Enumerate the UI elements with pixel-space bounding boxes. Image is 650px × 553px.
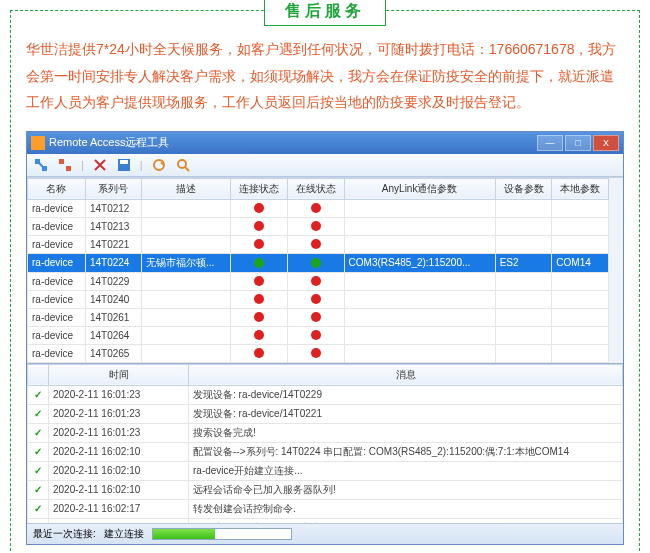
delete-icon[interactable] xyxy=(92,157,108,173)
svg-point-11 xyxy=(178,160,186,168)
conn-status-icon xyxy=(254,239,264,249)
service-section: 售后服务 华世洁提供7*24小时全天候服务，如客户遇到任何状况，可随时拨打电话：… xyxy=(10,10,640,553)
conn-status-icon xyxy=(254,294,264,304)
column-header[interactable]: 系列号 xyxy=(85,178,141,199)
online-status-icon xyxy=(311,203,321,213)
online-status-icon xyxy=(311,330,321,340)
online-status-icon xyxy=(311,258,321,268)
toolbar: | | xyxy=(27,154,623,177)
log-row: ✓2020-2-11 16:02:10ra-device开始建立连接... xyxy=(28,461,623,480)
remote-access-window: Remote Access远程工具 — □ X | | 名称系列号描述连接状态在… xyxy=(26,131,624,545)
table-row[interactable]: ra-device14T0213 xyxy=(28,217,609,235)
log-panel: 时间消息 ✓2020-2-11 16:01:23发现设备: ra-device/… xyxy=(27,363,623,523)
window-titlebar[interactable]: Remote Access远程工具 — □ X xyxy=(27,132,623,154)
refresh-icon[interactable] xyxy=(151,157,167,173)
table-row[interactable]: ra-device14T0261 xyxy=(28,308,609,326)
status-state: 建立连接 xyxy=(104,527,144,541)
log-row: ✓2020-2-11 16:02:10配置设备-->系列号: 14T0224 串… xyxy=(28,442,623,461)
status-label: 最近一次连接: xyxy=(33,527,96,541)
svg-point-9 xyxy=(154,160,164,170)
online-status-icon xyxy=(311,276,321,286)
column-header[interactable]: 描述 xyxy=(141,178,230,199)
conn-status-icon xyxy=(254,330,264,340)
table-row[interactable]: ra-device14T0212 xyxy=(28,199,609,217)
check-icon: ✓ xyxy=(32,503,44,515)
status-bar: 最近一次连接: 建立连接 xyxy=(27,523,623,544)
table-row[interactable]: ra-device14T0229 xyxy=(28,272,609,290)
progress-bar xyxy=(152,528,292,540)
minimize-button[interactable]: — xyxy=(537,135,563,151)
table-row[interactable]: ra-device14T0264 xyxy=(28,326,609,344)
table-row[interactable]: ra-device14T0224无锡市福尔顿...COM3(RS485_2):1… xyxy=(28,253,609,272)
conn-status-icon xyxy=(254,258,264,268)
column-header[interactable]: 名称 xyxy=(28,178,86,199)
section-title: 售后服务 xyxy=(264,0,386,26)
check-icon: ✓ xyxy=(32,446,44,458)
column-header[interactable]: 本地参数 xyxy=(552,178,609,199)
disconnect-icon[interactable] xyxy=(57,157,73,173)
log-column-header: 消息 xyxy=(189,364,623,385)
conn-status-icon xyxy=(254,276,264,286)
conn-status-icon xyxy=(254,312,264,322)
check-icon: ✓ xyxy=(32,484,44,496)
table-row[interactable]: ra-device14T0240 xyxy=(28,290,609,308)
table-row[interactable]: ra-device14T0265 xyxy=(28,344,609,362)
window-title: Remote Access远程工具 xyxy=(49,135,537,150)
search-icon[interactable] xyxy=(175,157,191,173)
log-row: ✓2020-2-11 16:02:17转发创建会话控制命令. xyxy=(28,499,623,518)
vertical-scrollbar[interactable] xyxy=(609,178,623,363)
svg-rect-8 xyxy=(120,160,128,164)
log-column-header: 时间 xyxy=(49,364,189,385)
maximize-button[interactable]: □ xyxy=(565,135,591,151)
service-description: 华世洁提供7*24小时全天候服务，如客户遇到任何状况，可随时拨打电话：17660… xyxy=(26,36,624,116)
column-header[interactable]: 在线状态 xyxy=(287,178,344,199)
log-row: ✓2020-2-11 16:01:23发现设备: ra-device/14T02… xyxy=(28,385,623,404)
conn-status-icon xyxy=(254,348,264,358)
online-status-icon xyxy=(311,348,321,358)
save-icon[interactable] xyxy=(116,157,132,173)
connect-icon[interactable] xyxy=(33,157,49,173)
check-icon: ✓ xyxy=(32,427,44,439)
svg-rect-3 xyxy=(59,159,64,164)
log-row: ✓2020-2-11 16:01:23搜索设备完成! xyxy=(28,423,623,442)
check-icon: ✓ xyxy=(32,408,44,420)
svg-line-12 xyxy=(185,167,189,171)
svg-rect-4 xyxy=(66,166,71,171)
svg-line-2 xyxy=(39,163,43,167)
online-status-icon xyxy=(311,294,321,304)
conn-status-icon xyxy=(254,221,264,231)
online-status-icon xyxy=(311,239,321,249)
online-status-icon xyxy=(311,312,321,322)
log-row: ✓2020-2-11 16:01:23发现设备: ra-device/14T02… xyxy=(28,404,623,423)
column-header[interactable]: 连接状态 xyxy=(231,178,288,199)
close-button[interactable]: X xyxy=(593,135,619,151)
device-grid[interactable]: 名称系列号描述连接状态在线状态AnyLink通信参数设备参数本地参数 ra-de… xyxy=(27,178,609,363)
app-icon xyxy=(31,136,45,150)
check-icon: ✓ xyxy=(32,465,44,477)
log-row: ✓2020-2-11 16:02:10远程会话命令已加入服务器队列! xyxy=(28,480,623,499)
column-header[interactable]: 设备参数 xyxy=(495,178,552,199)
conn-status-icon xyxy=(254,203,264,213)
check-icon: ✓ xyxy=(32,522,44,523)
table-row[interactable]: ra-device14T0221 xyxy=(28,235,609,253)
column-header[interactable]: AnyLink通信参数 xyxy=(344,178,495,199)
online-status-icon xyxy=(311,221,321,231)
check-icon: ✓ xyxy=(32,389,44,401)
